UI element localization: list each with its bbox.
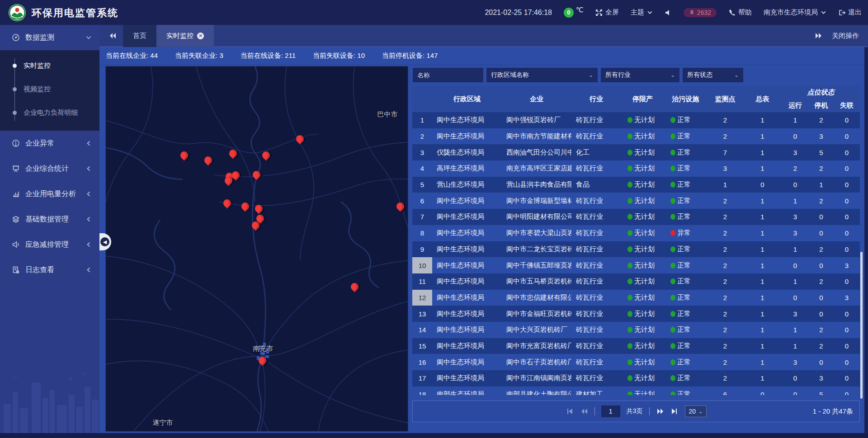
top-header: 环保用电监管系统 2021-02-25 17:46:18 0 ℃ 全屏 主题 [0, 0, 868, 25]
table-row[interactable]: 9阆中生态环境局阆中市二龙长宝页岩砖砖瓦行业无计划正常21120 [412, 241, 860, 258]
status-dot-green [670, 343, 675, 349]
mute-button[interactable] [665, 9, 672, 16]
help-button[interactable]: 帮助 [728, 8, 752, 17]
column-header: 治污设施 [664, 86, 707, 112]
table-row[interactable]: 8阆中生态环境局阆中市枣碧大梁山页岩砖瓦行业无计划异常21300 [412, 225, 860, 241]
sidebar-item-7[interactable]: 日志查看 [0, 257, 99, 283]
bottom-edge [0, 433, 868, 438]
table-row[interactable]: 4高坪生态环境局南充市高坪区王家店建砖瓦行业无计划正常31220 [412, 160, 860, 177]
column-subheader: 运行 [782, 99, 809, 112]
tab-close-icon[interactable]: ✕ [197, 33, 204, 39]
tab-1[interactable]: 首页 [123, 25, 156, 47]
cell-company: 营山县润丰肉食品有限 [502, 177, 571, 193]
table-row[interactable]: 3仪陇生态环境局西南油气田分公司川中化工无计划正常71350 [412, 144, 860, 160]
sidebar-item-3[interactable]: 企业综合统计 [0, 156, 99, 181]
double-chevron-left-icon [109, 32, 116, 39]
status-dot-green [670, 182, 675, 188]
cell-index: 17 [412, 370, 432, 386]
close-operations-button[interactable]: 关闭操作 [832, 32, 859, 40]
app-title: 环保用电监管系统 [32, 6, 118, 20]
cell-lost: 0 [834, 128, 860, 145]
sidebar-item-4[interactable]: 企业用电量分析 [0, 181, 99, 207]
cell-index: 15 [412, 338, 432, 354]
table-row[interactable]: 15阆中生态环境局阆中市光富页岩机砖厂砖瓦行业无计划正常21120 [412, 338, 860, 354]
notification-badge[interactable]: 2632 [684, 8, 717, 17]
cell-industry: 砖瓦行业 [571, 225, 621, 241]
cell-industry: 砖瓦行业 [571, 273, 621, 290]
column-header: 监测点 [707, 86, 743, 112]
cell-treatment-status: 正常 [664, 160, 707, 177]
cell-company: 阆中市南方节能建材有 [502, 128, 571, 145]
status-dot-green [670, 311, 675, 317]
name-filter-input[interactable] [413, 68, 483, 82]
cell-limit-status: 无计划 [621, 257, 664, 273]
status-dot-green [627, 117, 632, 123]
cell-region: 阆中生态环境局 [432, 128, 502, 145]
cell-index: 9 [412, 241, 432, 258]
sidebar-subitem-2[interactable]: 视频监控 [0, 77, 99, 101]
table-row[interactable]: 10阆中生态环境局阆中千佛镇五郎垭页岩砖瓦行业无计划正常21003 [412, 257, 860, 273]
page-number-input[interactable] [601, 405, 620, 417]
cell-meters: 1 [743, 209, 782, 225]
table-row[interactable]: 17阆中生态环境局阆中市江南镇阆南页岩砖瓦行业无计划正常21030 [412, 370, 860, 386]
tab-2[interactable]: 实时监控✕ [156, 25, 214, 47]
double-chevron-right-icon[interactable] [815, 32, 822, 39]
fullscreen-button[interactable]: 全屏 [595, 8, 619, 17]
table-row[interactable]: 6阆中生态环境局阆中市金博瑞新型墙材砖瓦行业无计划正常21120 [412, 193, 860, 209]
logout-button[interactable]: 退出 [838, 8, 862, 17]
sidebar-item-label: 企业综合统计 [25, 164, 86, 174]
table-scrollbar[interactable] [860, 252, 863, 399]
cell-industry: 砖瓦行业 [571, 112, 621, 128]
cell-monitor-points: 2 [707, 128, 743, 145]
table-row[interactable]: 7阆中生态环境局阆中明阳建材有限公司砖瓦行业无计划正常21300 [412, 209, 860, 225]
table-row[interactable]: 1阆中生态环境局阆中强锐页岩砖厂砖瓦行业无计划正常21120 [412, 112, 860, 128]
status-dot-green [670, 214, 675, 220]
status-dot-green [627, 246, 632, 252]
first-page-button[interactable] [566, 408, 574, 415]
sidebar-item-2[interactable]: 企业异常 [0, 131, 99, 156]
region-filter-value: 行政区域名称 [491, 71, 529, 79]
map-panel[interactable]: 巴中市南充市遂宁市 [105, 66, 408, 432]
status-label: 当前在线设备: [241, 52, 283, 59]
region-filter-select[interactable]: 行政区域名称 ⌄ [486, 68, 598, 82]
page-size-select[interactable]: 20 ⌄ [685, 405, 707, 417]
logout-label: 退出 [848, 8, 862, 17]
column-header: 行业 [571, 86, 621, 112]
cell-industry: 砖瓦行业 [571, 257, 621, 273]
sidebar-item-6[interactable]: 应急减排管理 [0, 232, 99, 257]
table-row[interactable]: 11阆中生态环境局阆中市五马桥页岩机砖砖瓦行业无计划正常21120 [412, 273, 860, 290]
table-row[interactable]: 16阆中生态环境局阆中市石子页岩机砖厂砖瓦行业无计划正常21300 [412, 354, 860, 370]
cell-meters: 1 [743, 241, 782, 258]
cell-region: 阆中生态环境局 [432, 354, 502, 370]
next-page-button[interactable] [656, 408, 664, 415]
last-page-button[interactable] [670, 408, 679, 415]
cell-limit-status: 无计划 [621, 225, 664, 241]
cell-running: 3 [782, 144, 809, 160]
cell-region: 营山生态环境局 [432, 177, 502, 193]
cell-limit-status: 无计划 [621, 338, 664, 354]
sidebar-subitem-1[interactable]: 实时监控 [0, 54, 99, 77]
sidebar-item-5[interactable]: 基础数据管理 [0, 207, 99, 232]
tabs-scroll-left-button[interactable] [106, 29, 119, 42]
table-row[interactable]: 18南部生态环境局南部县建化土陶有限公建材加工无计划正常60050 [412, 386, 860, 395]
cell-lost: 0 [834, 241, 860, 258]
table-row[interactable]: 5营山生态环境局营山县润丰肉食品有限食品无计划正常10010 [412, 177, 860, 193]
cell-stopped: 2 [809, 112, 834, 128]
table-row[interactable]: 12阆中生态环境局阆中市忠信建材有限公砖瓦行业无计划正常21003 [412, 290, 860, 306]
sidebar-item-label: 数据监测 [25, 33, 86, 42]
table-row[interactable]: 14阆中生态环境局阆中大兴页岩机砖厂砖瓦行业无计划正常21120 [412, 322, 860, 338]
sidebar-item-1[interactable]: 数据监测 [0, 25, 99, 50]
cell-treatment-status: 正常 [664, 273, 707, 290]
theme-dropdown[interactable]: 主题 [631, 8, 653, 17]
table-row[interactable]: 2阆中生态环境局阆中市南方节能建材有砖瓦行业无计划正常21030 [412, 128, 860, 145]
industry-filter-select[interactable]: 所有行业 ⌄ [601, 68, 679, 82]
prev-page-button[interactable] [580, 408, 588, 415]
cell-monitor-points: 2 [707, 257, 743, 273]
table-row[interactable]: 13阆中生态环境局阆中市金福旺页岩机砖砖瓦行业无计划正常21300 [412, 306, 860, 322]
sidebar-subitem-3[interactable]: 企业电力负荷明细 [0, 101, 99, 124]
cell-running: 1 [782, 241, 809, 258]
status-dot-green [670, 150, 675, 155]
org-dropdown[interactable]: 南充市生态环境局 [764, 8, 826, 17]
status-filter-select[interactable]: 所有状态 ⌄ [683, 68, 743, 82]
notification-count: 2632 [697, 9, 711, 16]
